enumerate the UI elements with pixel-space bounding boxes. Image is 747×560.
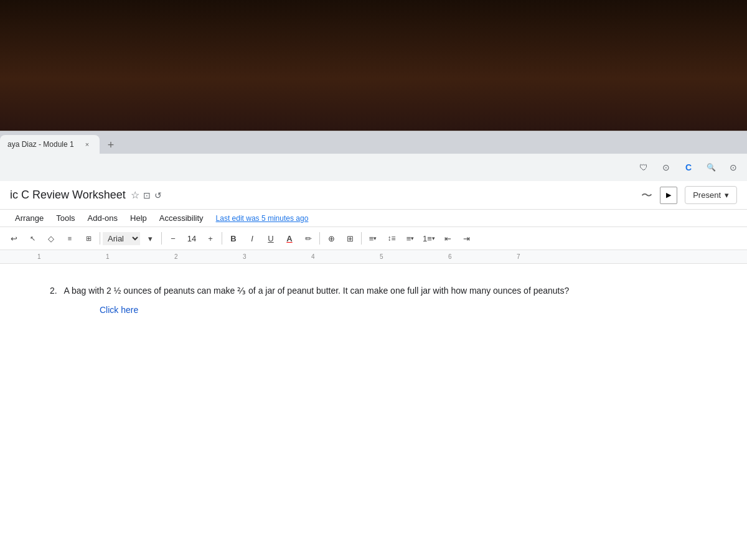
align-button[interactable]: ≡ ▾ <box>364 230 382 247</box>
insert-icon: ⊞ <box>347 234 354 243</box>
list-icon: ≡ <box>406 234 411 243</box>
menu-addons[interactable]: Add-ons <box>83 211 123 225</box>
toolbar-separator-2 <box>161 232 162 245</box>
title-icons: ☆ ⊡ ↺ <box>131 189 162 201</box>
ruler-num-7: 6 <box>448 253 452 260</box>
ruler-num-2: 1 <box>106 253 110 260</box>
present-button[interactable]: Present ▾ <box>685 186 737 204</box>
ruler-num-5: 4 <box>311 253 315 260</box>
active-tab[interactable]: aya Diaz - Module 1 × <box>0 135 100 154</box>
link-button[interactable]: ⊕ <box>322 230 340 247</box>
undo-button[interactable]: ↩ <box>5 230 22 247</box>
chrome-icon: C <box>680 159 697 176</box>
present-icon-btn: ▶ <box>660 187 677 204</box>
refresh-icon[interactable]: ⊙ <box>725 159 742 176</box>
bold-icon: B <box>230 234 236 243</box>
paint-icon: ✏ <box>305 234 312 243</box>
document-content: 2. A bag with 2 ½ ounces of peanuts can … <box>0 264 747 388</box>
desktop-background <box>0 0 747 131</box>
font-size-increase[interactable]: + <box>202 230 219 247</box>
shield-icon: 🛡 <box>635 159 652 176</box>
menu-help[interactable]: Help <box>125 211 152 225</box>
toolbar-separator-4 <box>319 232 320 245</box>
arrow-icon: ⊙ <box>657 159 675 176</box>
docs-application: ic C Review Worksheet ☆ ⊡ ↺ 〜 ▶ Present … <box>0 181 747 560</box>
new-tab-button[interactable]: + <box>102 136 120 154</box>
text-color-button[interactable]: A <box>281 230 298 247</box>
tab-close-button[interactable]: × <box>82 139 92 149</box>
ruler-num-4: 3 <box>243 253 247 260</box>
underline-icon: U <box>268 234 273 243</box>
text-color-icon: A <box>286 234 292 243</box>
list-dropdown: ▾ <box>411 235 414 241</box>
ordered-list-button[interactable]: 1≡ ▾ <box>420 230 438 247</box>
address-bar-row: 🛡 ⊙ C 🔍 ⊙ <box>0 154 747 181</box>
present-label: Present <box>693 190 721 200</box>
underline-button[interactable]: U <box>262 230 280 247</box>
search-icon: 🔍 <box>702 159 720 176</box>
font-size-decrease[interactable]: − <box>164 230 182 247</box>
indent-increase-button[interactable]: ⇥ <box>458 230 475 247</box>
ruler-num-8: 7 <box>517 253 520 260</box>
font-dropdown-arrow[interactable]: ▾ <box>141 230 159 247</box>
question-paragraph: 2. A bag with 2 ½ ounces of peanuts can … <box>50 284 697 297</box>
ruler-num-1: 1 <box>37 253 41 260</box>
paint-bucket-button[interactable]: ✏ <box>299 230 317 247</box>
line-spacing-icon: ↕≡ <box>387 234 395 243</box>
align-icon: ≡ <box>369 234 374 243</box>
ordered-dropdown: ▾ <box>432 235 435 241</box>
ruler: 1 1 2 3 4 5 6 7 <box>0 250 747 264</box>
paint-format-button[interactable]: ◇ <box>42 230 60 247</box>
document-title: ic C Review Worksheet <box>10 189 126 202</box>
docs-header: ic C Review Worksheet ☆ ⊡ ↺ 〜 ▶ Present … <box>0 181 747 210</box>
indent-decrease-button[interactable]: ⇤ <box>439 230 456 247</box>
font-name-select[interactable]: Arial <box>103 232 140 245</box>
last-edit-status: Last edit was 5 minutes ago <box>216 214 309 223</box>
list-button[interactable]: ≡ ▾ <box>402 230 419 247</box>
indent-decrease-icon: ⇤ <box>444 234 451 243</box>
click-here-link[interactable]: Click here <box>100 305 697 315</box>
squiggle-icon: 〜 <box>641 188 652 203</box>
italic-icon: I <box>251 234 253 243</box>
toolbar-cursor-btn[interactable]: ↖ <box>24 230 41 247</box>
menu-tools[interactable]: Tools <box>51 211 80 225</box>
toolbar-separator-1 <box>100 232 100 245</box>
menu-arrange[interactable]: Arrange <box>10 211 49 225</box>
line-spacing-button[interactable]: ↕≡ <box>383 230 400 247</box>
present-dropdown-icon: ▾ <box>725 190 729 200</box>
ruler-num-6: 5 <box>380 253 383 260</box>
zoom-button[interactable]: ≡ <box>61 230 78 247</box>
tab-bar: aya Diaz - Module 1 × + <box>0 131 747 154</box>
toolbar: ↩ ↖ ◇ ≡ ⊞ Arial ▾ − + B I U A ✏ ⊕ <box>0 227 747 250</box>
menu-accessibility[interactable]: Accessibility <box>154 211 209 225</box>
indent-increase-icon: ⇥ <box>463 234 470 243</box>
font-size-input[interactable] <box>183 234 200 243</box>
tab-label: aya Diaz - Module 1 <box>7 140 74 149</box>
menu-bar: Arrange Tools Add-ons Help Accessibility… <box>0 210 747 227</box>
header-right: 〜 ▶ Present ▾ <box>641 186 737 204</box>
toolbar-separator-5 <box>361 232 362 245</box>
browser-chrome: aya Diaz - Module 1 × + 🛡 ⊙ C 🔍 ⊙ <box>0 131 747 181</box>
ordered-list-icon: 1≡ <box>423 234 432 243</box>
folder-icon[interactable]: ⊡ <box>143 190 151 200</box>
ruler-num-3: 2 <box>174 253 178 260</box>
italic-button[interactable]: I <box>243 230 261 247</box>
layout-button[interactable]: ⊞ <box>80 230 97 247</box>
bold-button[interactable]: B <box>225 230 242 247</box>
insert-button[interactable]: ⊞ <box>341 230 359 247</box>
star-icon[interactable]: ☆ <box>131 189 139 201</box>
toolbar-separator-3 <box>222 232 222 245</box>
cloud-sync-icon: ↺ <box>154 190 162 200</box>
present-play-icon: ▶ <box>666 191 671 199</box>
link-icon: ⊕ <box>328 234 335 243</box>
align-dropdown: ▾ <box>374 235 377 241</box>
